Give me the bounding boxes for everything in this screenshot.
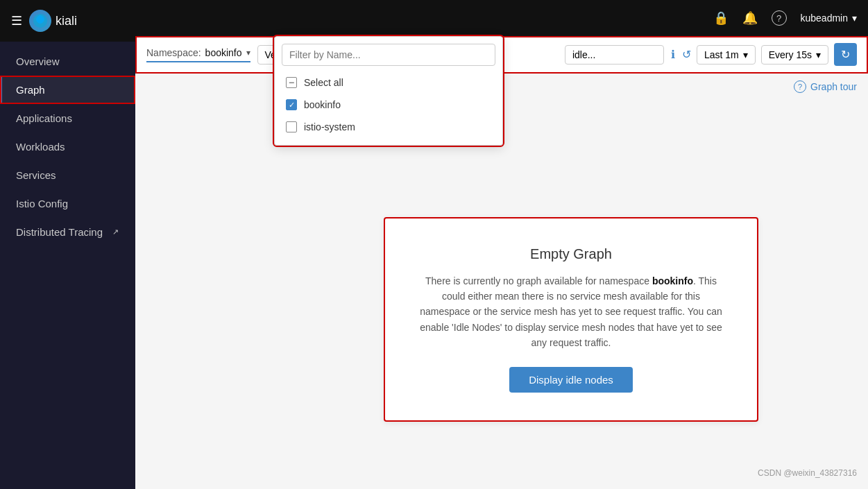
istio-system-label: istio-system <box>304 121 355 132</box>
watermark: CSDN @weixin_43827316 <box>758 468 857 478</box>
external-link-icon: ↗ <box>112 228 119 237</box>
kiali-logo-icon <box>29 10 51 32</box>
history-icon: ↺ <box>682 48 691 61</box>
sidebar-item-applications[interactable]: Applications <box>0 104 135 132</box>
kiali-svg <box>32 12 49 29</box>
namespace-dropdown-popup: − Select all ✓ bookinfo istio-system <box>274 36 503 146</box>
interval-label: Every 15s <box>769 49 812 60</box>
empty-graph-container: Empty Graph There is currently no graph … <box>274 150 868 489</box>
refresh-button[interactable]: ↻ <box>834 43 857 66</box>
bookinfo-checkbox[interactable]: ✓ <box>286 99 297 110</box>
sidebar-item-overview-label: Overview <box>16 55 60 67</box>
sidebar: ☰ kiali Overview Graph Applications Work… <box>0 0 135 489</box>
info-icon[interactable]: ℹ <box>671 48 675 61</box>
sidebar-header: ☰ kiali <box>0 0 135 42</box>
namespace-value: bookinfo <box>205 47 242 58</box>
sidebar-item-graph-label: Graph <box>16 84 45 96</box>
sidebar-item-istio-config-label: Istio Config <box>16 198 68 209</box>
sidebar-item-distributed-tracing-label: Distributed Tracing <box>16 226 103 238</box>
sidebar-item-istio-config[interactable]: Istio Config <box>0 189 135 218</box>
sidebar-item-services[interactable]: Services <box>0 161 135 189</box>
namespace-dropdown-arrow-icon: ▾ <box>246 48 250 58</box>
namespace-select-all-item[interactable]: − Select all <box>275 71 502 94</box>
sidebar-item-services-label: Services <box>16 169 56 181</box>
namespace-label: Namespace: <box>146 47 201 58</box>
sidebar-item-workloads[interactable]: Workloads <box>0 132 135 161</box>
select-all-label: Select all <box>304 77 343 88</box>
display-idle-nodes-button[interactable]: Display idle nodes <box>509 367 633 393</box>
last-time-label: Last 1m <box>704 49 739 60</box>
istio-system-checkbox[interactable] <box>286 121 297 132</box>
empty-graph-namespace-bold: bookinfo <box>652 275 693 286</box>
namespace-bookinfo-item[interactable]: ✓ bookinfo <box>275 94 502 116</box>
interval-button[interactable]: Every 15s ▾ <box>761 45 828 65</box>
namespace-selector[interactable]: Namespace: bookinfo ▾ <box>146 47 250 62</box>
topbar-username: kubeadmin <box>801 12 849 24</box>
sidebar-nav: Overview Graph Applications Workloads Se… <box>0 42 135 489</box>
topbar-chevron-icon: ▾ <box>852 12 857 24</box>
namespace-filter-input[interactable] <box>282 44 495 66</box>
sidebar-item-overview[interactable]: Overview <box>0 47 135 76</box>
empty-graph-box: Empty Graph There is currently no graph … <box>384 217 758 422</box>
help-icon[interactable]: ? <box>772 10 787 26</box>
namespace-istio-system-item[interactable]: istio-system <box>275 116 502 138</box>
last-time-chevron-icon: ▾ <box>743 49 748 60</box>
hamburger-icon[interactable]: ☰ <box>11 13 22 28</box>
lock-icon[interactable]: 🔒 <box>713 10 729 26</box>
empty-graph-text-start: There is currently no graph available fo… <box>425 275 652 286</box>
empty-graph-title: Empty Graph <box>420 246 722 262</box>
bookinfo-label: bookinfo <box>304 99 341 110</box>
bell-icon[interactable]: 🔔 <box>742 10 758 26</box>
graph-tour-icon: ? <box>794 80 806 93</box>
sidebar-item-workloads-label: Workloads <box>16 141 65 153</box>
idle-nodes-select[interactable]: No idle edges idle... Show idle edges <box>565 45 664 65</box>
kiali-logo[interactable]: kiali <box>29 10 77 32</box>
sidebar-item-distributed-tracing[interactable]: Distributed Tracing ↗ <box>0 218 135 246</box>
topbar: 🔒 🔔 ? kubeadmin ▾ <box>135 0 868 36</box>
kiali-text: kiali <box>56 14 77 28</box>
sidebar-item-graph[interactable]: Graph <box>0 76 135 104</box>
graph-tour-button[interactable]: ? Graph tour <box>794 80 857 93</box>
select-all-checkbox[interactable]: − <box>286 77 297 88</box>
last-time-button[interactable]: Last 1m ▾ <box>697 45 756 65</box>
main-content: 🔒 🔔 ? kubeadmin ▾ Namespace: bookinfo ▾ … <box>135 0 868 489</box>
interval-chevron-icon: ▾ <box>816 49 821 60</box>
sidebar-item-applications-label: Applications <box>16 112 72 124</box>
topbar-user[interactable]: kubeadmin ▾ <box>801 12 858 24</box>
graph-tour-label: Graph tour <box>810 81 857 92</box>
empty-graph-description: There is currently no graph available fo… <box>420 273 722 351</box>
topbar-icons: 🔒 🔔 ? <box>713 10 787 26</box>
time-controls: ↺ Last 1m ▾ Every 15s ▾ ↻ <box>682 43 857 66</box>
